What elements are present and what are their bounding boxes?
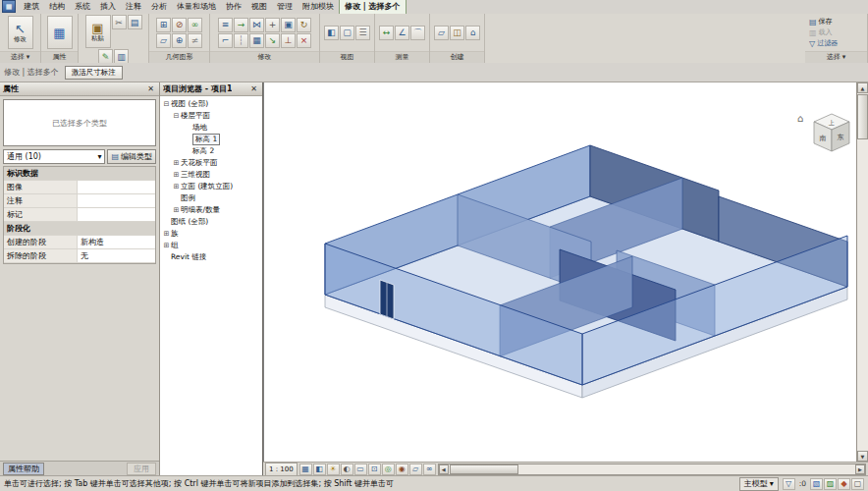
home-icon[interactable]: ⌂ [797, 113, 803, 124]
property-filter-dropdown[interactable]: 通用 (10)▾ [3, 149, 105, 164]
tree-expander-icon[interactable]: ⊞ [162, 230, 171, 238]
tree-expander-icon[interactable]: ⊞ [172, 183, 181, 191]
offset-icon[interactable]: → [234, 18, 248, 32]
save-selection-button[interactable]: ▤保存 [807, 17, 865, 27]
tab-insert[interactable]: 插入 [95, 0, 121, 14]
array-icon[interactable]: ▦ [249, 33, 264, 48]
properties-help-button[interactable]: 属性帮助 [3, 463, 44, 475]
tab-collaborate[interactable]: 协作 [221, 0, 246, 14]
copy-modify-icon[interactable]: ▣ [281, 18, 296, 32]
design-options-icon[interactable]: ▨ [824, 478, 837, 490]
pin-icon[interactable]: ⊥ [281, 33, 296, 48]
scroll-left-icon[interactable]: ◀ [439, 464, 449, 474]
paste-aligned-icon[interactable]: ▥ [114, 49, 129, 64]
scale-button[interactable]: 1 : 100 [265, 463, 298, 476]
wall-joins-icon[interactable]: ▱ [156, 33, 171, 48]
tree-item-views[interactable]: ⊟ 视图 (全部) [160, 98, 262, 110]
filter-button[interactable]: ▽过滤器 [807, 38, 865, 49]
tree-expander-icon[interactable]: ⊟ [172, 112, 181, 120]
type-selector-preview[interactable]: 已选择多个类型 [3, 99, 156, 146]
move-icon[interactable]: + [265, 18, 280, 32]
tree-item-families[interactable]: ⊞ 族 [160, 228, 262, 240]
paste-button[interactable]: ▣粘贴 [85, 15, 111, 48]
scroll-down-icon[interactable]: ▼ [857, 451, 868, 462]
design-option-selector[interactable]: 主模型▾ [739, 477, 779, 491]
prop-row-mark[interactable]: 标记 [4, 208, 155, 222]
selection-filter-icon[interactable]: ▽ [783, 478, 795, 490]
copy-icon[interactable]: ▤ [128, 15, 142, 29]
worksharing-display-icon[interactable]: ▧ [810, 478, 823, 490]
tree-item-level-2[interactable]: 标高 2 [160, 145, 262, 157]
create-assembly-icon[interactable]: ⌂ [465, 26, 480, 40]
panel-label-selection[interactable]: 选择 ▾ [805, 51, 867, 63]
apply-button[interactable]: 应用 [127, 463, 156, 475]
reveal-hidden-icon[interactable]: ◉ [396, 464, 408, 475]
tab-addins[interactable]: 附加模块 [298, 0, 339, 14]
temp-view-icon[interactable]: ▱ [409, 464, 422, 475]
reveal-constraints-icon[interactable]: ∞ [423, 464, 436, 475]
modify-button[interactable]: ↖修改 [8, 16, 33, 49]
tree-expander-icon[interactable]: ⊞ [162, 242, 171, 249]
panel-label-select[interactable]: 选择 ▾ [0, 51, 40, 63]
application-menu-icon[interactable]: ▦ [2, 0, 16, 13]
tree-item-groups[interactable]: ⊞ 组 [160, 240, 262, 251]
tree-item-elevations[interactable]: ⊞ 立面 (建筑立面) [160, 181, 262, 192]
tree-expander-icon[interactable]: ⊞ [172, 206, 181, 214]
tree-item-site[interactable]: 场地 [160, 122, 262, 134]
viewcube[interactable]: 上 南 东 [814, 114, 849, 151]
mirror-icon[interactable]: ⋈ [249, 18, 264, 32]
drawing-area[interactable]: ⌂ 上 南 东 [263, 82, 856, 462]
angle-dimension-icon[interactable]: ∠ [395, 26, 409, 40]
tab-manage[interactable]: 管理 [272, 0, 298, 14]
close-icon[interactable]: ✕ [248, 84, 259, 93]
scroll-right-icon[interactable]: ▶ [855, 464, 865, 474]
properties-button[interactable]: ▦ [47, 16, 73, 49]
tree-item-floor-plans[interactable]: ⊟ 楼层平面 [160, 110, 262, 122]
sun-path-icon[interactable]: ☀ [327, 464, 340, 475]
prop-row-image[interactable]: 图像 [4, 181, 155, 194]
tab-structure[interactable]: 结构 [44, 0, 70, 14]
split-icon[interactable]: ┆ [234, 33, 248, 48]
prop-header-phasing[interactable]: 阶段化 [4, 222, 155, 236]
edit-type-button[interactable]: ▤ 编辑类型 [107, 149, 156, 164]
tab-analyze[interactable]: 分析 [146, 0, 172, 14]
select-underlay-icon[interactable]: ▢ [851, 478, 864, 490]
cut-icon[interactable]: ✂ [112, 15, 127, 29]
join-icon[interactable]: ∞ [188, 18, 202, 32]
scroll-up-icon[interactable]: ▲ [857, 82, 868, 93]
vertical-scrollbar[interactable]: ▲ ▼ [856, 82, 868, 462]
shadows-icon[interactable]: ◐ [341, 464, 353, 475]
vertical-scroll-thumb[interactable] [857, 94, 868, 139]
scale-icon[interactable]: ↘ [265, 33, 280, 48]
tree-item-ceiling-plans[interactable]: ⊞ 天花板平面 [160, 157, 262, 169]
arc-length-icon[interactable]: ⌒ [410, 26, 425, 40]
detail-level-icon[interactable]: ▦ [299, 464, 312, 475]
cope-icon[interactable]: ⊞ [156, 18, 171, 32]
visual-style-icon[interactable]: ◧ [313, 464, 326, 475]
delete-icon[interactable]: × [297, 33, 311, 48]
activate-dimensions-button[interactable]: 激活尺寸标注 [65, 66, 123, 80]
demolish-icon[interactable]: ⊕ [172, 33, 187, 48]
close-icon[interactable]: ✕ [145, 84, 156, 93]
show-crop-icon[interactable]: ⊡ [368, 464, 381, 475]
measure-icon[interactable]: ↔ [379, 26, 394, 40]
rotate-icon[interactable]: ↻ [297, 18, 311, 32]
tree-expander-icon[interactable]: ⊟ [162, 100, 171, 108]
tab-annotate[interactable]: 注释 [121, 0, 146, 14]
unjoin-icon[interactable]: ≠ [188, 33, 202, 48]
create-group-icon[interactable]: ◫ [450, 26, 464, 40]
hide-isolate-icon[interactable]: ◎ [382, 464, 395, 475]
prop-header-identity[interactable]: 标识数据 [4, 167, 155, 181]
tab-view[interactable]: 视图 [246, 0, 272, 14]
tree-expander-icon[interactable]: ⊞ [172, 159, 181, 167]
tree-item-level-1[interactable]: 标高 1 [160, 134, 262, 145]
press-drag-icon[interactable]: ◆ [838, 478, 850, 490]
tab-systems[interactable]: 系统 [70, 0, 95, 14]
tree-item-revit-links[interactable]: Revit 链接 [160, 251, 262, 263]
tree-item-schedules[interactable]: ⊞ 明细表/数量 [160, 204, 262, 216]
tree-item-3d-views[interactable]: ⊞ 三维视图 [160, 169, 262, 181]
horizontal-scroll-thumb[interactable] [450, 464, 518, 474]
override-graphics-icon[interactable]: ☰ [355, 26, 370, 40]
selection-box-icon[interactable]: ◧ [324, 26, 339, 40]
load-selection-button[interactable]: ▥载入 [807, 27, 865, 38]
